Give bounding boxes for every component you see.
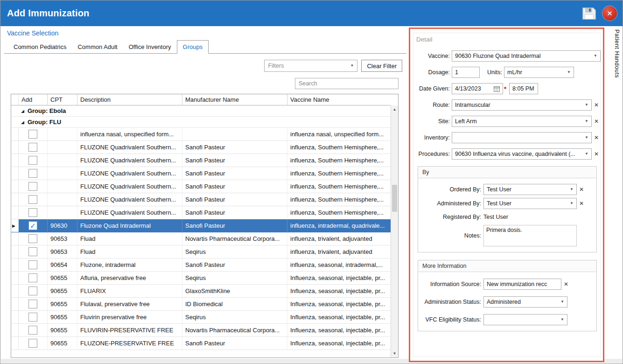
- cpt-cell: 90655: [48, 298, 77, 310]
- chevron-down-icon[interactable]: ▼: [594, 54, 597, 58]
- tab-common-adult[interactable]: Common Adult: [72, 41, 123, 53]
- add-checkbox[interactable]: [28, 195, 37, 204]
- add-checkbox[interactable]: [28, 326, 37, 335]
- site-combo[interactable]: Left Arm ▼: [452, 116, 592, 127]
- column-header-manufacturer[interactable]: Manufacturer Name: [182, 94, 287, 105]
- vaccine-row[interactable]: FLUZONE Quadrivalent Southern...Sanofi P…: [11, 180, 391, 193]
- vaccine-row[interactable]: 90655FLUZONE-PRESERVATIVE FREESanofi Pas…: [11, 337, 391, 350]
- vaccine-row[interactable]: ▶✓90630Fluzone Quad IntradermalSanofi Pa…: [11, 219, 391, 232]
- vaccine-row[interactable]: FLUZONE Quadrivalent Southern...Sanofi P…: [11, 154, 391, 167]
- add-checkbox[interactable]: [28, 273, 37, 282]
- column-header-vaccine-name[interactable]: Vaccine Name: [287, 94, 391, 105]
- chevron-down-icon[interactable]: ▼: [560, 300, 564, 304]
- vaccine-row[interactable]: 90655Afluria, preservative freeSeqirusIn…: [11, 272, 391, 285]
- vfc-eligibility-combo[interactable]: ▼: [483, 314, 567, 325]
- inventory-combo[interactable]: ▼: [452, 132, 592, 143]
- vaccine-row[interactable]: 90655Fluvirin preservative freeSeqirusIn…: [11, 311, 391, 324]
- add-checkbox[interactable]: [28, 130, 37, 139]
- add-checkbox[interactable]: [28, 339, 37, 348]
- chevron-down-icon[interactable]: ▼: [350, 64, 354, 68]
- chevron-down-icon[interactable]: ▼: [570, 202, 574, 205]
- chevron-down-icon[interactable]: ▼: [585, 119, 588, 123]
- detail-box: Detail Vaccine: 90630 Fluzone Quad Intra…: [413, 33, 601, 357]
- vaccine-row[interactable]: 90655FLUARIXGlaxoSmithKlineInfluenza, se…: [11, 285, 391, 298]
- procedures-clear-icon[interactable]: ✕: [594, 151, 599, 157]
- administered-by-clear-icon[interactable]: ✕: [579, 201, 584, 206]
- chevron-down-icon[interactable]: ▼: [560, 318, 564, 322]
- add-checkbox[interactable]: [28, 208, 37, 217]
- add-checkbox[interactable]: [28, 156, 37, 165]
- scrollbar-thumb[interactable]: [392, 185, 397, 212]
- add-checkbox[interactable]: [28, 234, 37, 243]
- description-cell: Fluad: [77, 245, 182, 258]
- row-indicator: [11, 298, 19, 310]
- group-expander-icon[interactable]: ◢: [21, 120, 24, 125]
- procedures-combo[interactable]: 90630 Influenza virus vaccine, quadrival…: [452, 148, 592, 160]
- save-button[interactable]: [581, 7, 597, 21]
- vaccine-row[interactable]: influenza nasal, unspecified form...infl…: [11, 128, 391, 141]
- filters-combo[interactable]: Filters ▼: [264, 60, 357, 72]
- ordered-by-combo[interactable]: Test User ▼: [483, 184, 577, 195]
- vaccine-combo[interactable]: 90630 Fluzone Quad Intradermal ▼: [452, 50, 601, 62]
- add-checkbox[interactable]: [28, 169, 37, 178]
- time-input[interactable]: 8:05 PM: [509, 83, 538, 94]
- vaccine-row[interactable]: 90655FLUVIRIN-PRESERVATIVE FREENovartis …: [11, 324, 391, 337]
- vaccine-row[interactable]: 90654Fluzone, intradermalSanofi Pasteuri…: [11, 259, 391, 272]
- dosage-input[interactable]: 1: [452, 67, 480, 78]
- site-clear-icon[interactable]: ✕: [594, 119, 599, 124]
- scroll-up-icon[interactable]: ▲: [391, 107, 398, 112]
- tab-groups[interactable]: Groups: [177, 40, 209, 54]
- units-combo[interactable]: mL/hr ▼: [504, 67, 574, 78]
- group-header-row[interactable]: ◢Group: FLU: [11, 117, 391, 128]
- column-header-cpt[interactable]: CPT: [48, 94, 77, 105]
- cpt-cell: [48, 206, 77, 219]
- add-checkbox[interactable]: [28, 313, 37, 322]
- add-checkbox[interactable]: [28, 287, 37, 295]
- vaccine-row[interactable]: FLUZONE Quadrivalent Southern...Sanofi P…: [11, 193, 391, 206]
- inventory-clear-icon[interactable]: ✕: [594, 135, 599, 140]
- scroll-down-icon[interactable]: ▼: [391, 351, 398, 356]
- chevron-down-icon[interactable]: ▼: [585, 103, 588, 107]
- column-header-add[interactable]: Add: [19, 94, 48, 105]
- calendar-icon[interactable]: [494, 86, 500, 92]
- vaccine-row[interactable]: 90653FluadSeqirusinfluenza, trivalent, a…: [11, 245, 391, 259]
- route-combo[interactable]: Intramuscular ▼: [452, 99, 592, 111]
- group-header-row[interactable]: ◢Group: Ebola: [11, 105, 391, 117]
- close-button[interactable]: ✕: [602, 6, 617, 21]
- add-checkbox[interactable]: [28, 182, 37, 191]
- vaccine-row[interactable]: FLUZONE Quadrivalent Southern...Sanofi P…: [11, 167, 391, 180]
- vaccine-row[interactable]: 90653FluadNovartis Pharmaceutical Corpor…: [11, 232, 391, 245]
- column-header-description[interactable]: Description: [77, 94, 182, 105]
- information-source-combo[interactable]: New immunization recc: [483, 279, 561, 290]
- chevron-down-icon[interactable]: ▼: [585, 152, 588, 156]
- add-checkbox[interactable]: ✓: [28, 221, 37, 230]
- notes-textarea[interactable]: Primera dosis.: [483, 225, 577, 246]
- patient-handouts-tab[interactable]: Patient Handouts: [614, 29, 620, 78]
- panel-title: Vaccine Selection: [4, 29, 406, 37]
- chevron-down-icon[interactable]: ▼: [585, 136, 588, 140]
- add-checkbox[interactable]: [28, 143, 37, 152]
- vertical-scrollbar[interactable]: ▲ ▼: [391, 105, 398, 357]
- tab-common-pediatrics[interactable]: Common Pediatrics: [8, 41, 72, 53]
- administration-status-combo[interactable]: Administered ▼: [483, 296, 567, 308]
- administered-by-combo[interactable]: Test User ▼: [483, 198, 577, 209]
- add-checkbox[interactable]: [28, 260, 37, 269]
- chevron-down-icon[interactable]: ▼: [570, 188, 574, 191]
- search-input[interactable]: [295, 78, 399, 89]
- vaccine-row[interactable]: 90655Flulaval, preservative freeID Biome…: [11, 298, 391, 311]
- route-clear-icon[interactable]: ✕: [594, 102, 599, 108]
- chevron-down-icon[interactable]: ▼: [567, 70, 571, 74]
- vaccine-row[interactable]: FLUZONE Quadrivalent Southern...Sanofi P…: [11, 206, 391, 219]
- tab-office-inventory[interactable]: Office Inventory: [123, 41, 177, 53]
- clear-filter-button[interactable]: Clear Filter: [361, 60, 402, 72]
- manufacturer-cell: Seqirus: [182, 311, 287, 323]
- ordered-by-clear-icon[interactable]: ✕: [579, 187, 584, 192]
- description-cell: FLUZONE Quadrivalent Southern...: [77, 141, 182, 154]
- information-source-row: Information Source: New immunization rec…: [418, 279, 593, 290]
- information-source-clear-icon[interactable]: ✕: [564, 281, 568, 287]
- group-expander-icon[interactable]: ◢: [21, 109, 24, 113]
- date-input[interactable]: 4/13/2023: [452, 83, 503, 94]
- add-checkbox[interactable]: [28, 247, 37, 256]
- add-checkbox[interactable]: [28, 300, 37, 308]
- vaccine-row[interactable]: FLUZONE Quadrivalent Southern...Sanofi P…: [11, 141, 391, 154]
